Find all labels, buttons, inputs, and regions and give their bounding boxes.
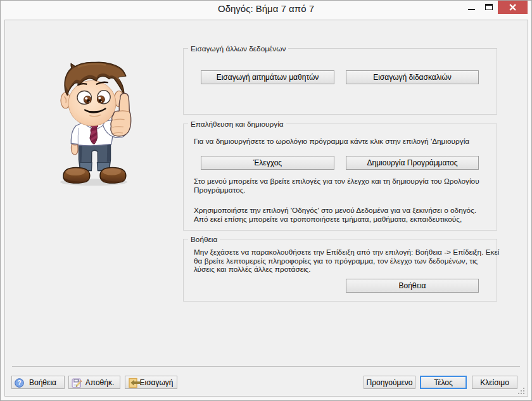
svg-text:?: ? bbox=[17, 379, 21, 386]
